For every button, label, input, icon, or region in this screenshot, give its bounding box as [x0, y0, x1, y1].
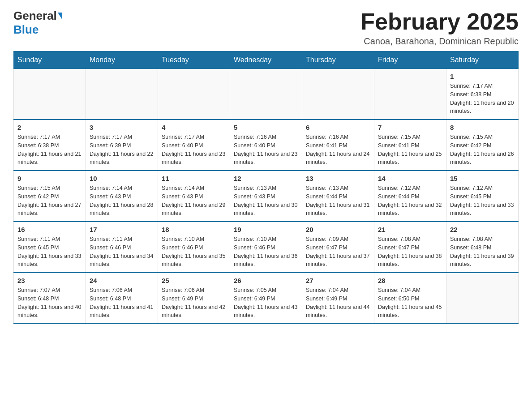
calendar-body: 1Sunrise: 7:17 AMSunset: 6:38 PMDaylight…	[14, 69, 519, 324]
calendar-day-cell	[158, 69, 230, 120]
logo-blue-text: Blue	[13, 23, 39, 37]
day-number: 1	[450, 73, 515, 80]
calendar-day-cell: 2Sunrise: 7:17 AMSunset: 6:38 PMDaylight…	[14, 120, 86, 171]
day-info: Sunrise: 7:06 AMSunset: 6:49 PMDaylight:…	[162, 286, 226, 320]
day-number: 13	[306, 175, 370, 182]
day-number: 15	[450, 175, 515, 182]
day-number: 11	[162, 175, 226, 182]
calendar-day-cell	[86, 69, 158, 120]
calendar-week-row: 2Sunrise: 7:17 AMSunset: 6:38 PMDaylight…	[14, 120, 519, 171]
day-info: Sunrise: 7:10 AMSunset: 6:46 PMDaylight:…	[234, 235, 298, 269]
day-number: 6	[306, 124, 370, 131]
calendar-day-cell: 8Sunrise: 7:15 AMSunset: 6:42 PMDaylight…	[446, 120, 519, 171]
day-info: Sunrise: 7:17 AMSunset: 6:39 PMDaylight:…	[90, 133, 154, 167]
day-number: 21	[378, 226, 442, 233]
day-number: 17	[90, 226, 154, 233]
header-thursday: Thursday	[302, 51, 374, 69]
calendar-day-cell: 11Sunrise: 7:14 AMSunset: 6:43 PMDayligh…	[158, 171, 230, 222]
day-number: 9	[17, 175, 82, 182]
header-saturday: Saturday	[446, 51, 519, 69]
day-number: 7	[378, 124, 442, 131]
day-info: Sunrise: 7:11 AMSunset: 6:46 PMDaylight:…	[90, 235, 154, 269]
calendar-day-cell: 1Sunrise: 7:17 AMSunset: 6:38 PMDaylight…	[446, 69, 519, 120]
calendar-day-cell	[446, 273, 519, 324]
calendar-week-row: 23Sunrise: 7:07 AMSunset: 6:48 PMDayligh…	[14, 273, 519, 324]
day-number: 10	[90, 175, 154, 182]
calendar-week-row: 1Sunrise: 7:17 AMSunset: 6:38 PMDaylight…	[14, 69, 519, 120]
calendar-week-row: 9Sunrise: 7:15 AMSunset: 6:42 PMDaylight…	[14, 171, 519, 222]
day-info: Sunrise: 7:16 AMSunset: 6:40 PMDaylight:…	[234, 133, 298, 167]
day-number: 16	[17, 226, 82, 233]
calendar-day-cell: 12Sunrise: 7:13 AMSunset: 6:43 PMDayligh…	[230, 171, 302, 222]
calendar-day-cell: 13Sunrise: 7:13 AMSunset: 6:44 PMDayligh…	[302, 171, 374, 222]
day-number: 8	[450, 124, 515, 131]
calendar-day-cell: 10Sunrise: 7:14 AMSunset: 6:43 PMDayligh…	[86, 171, 158, 222]
calendar-day-cell: 26Sunrise: 7:05 AMSunset: 6:49 PMDayligh…	[230, 273, 302, 324]
day-info: Sunrise: 7:12 AMSunset: 6:45 PMDaylight:…	[450, 184, 515, 218]
day-number: 3	[90, 124, 154, 131]
day-info: Sunrise: 7:09 AMSunset: 6:47 PMDaylight:…	[306, 235, 370, 269]
day-number: 5	[234, 124, 298, 131]
calendar-table: Sunday Monday Tuesday Wednesday Thursday…	[13, 51, 519, 324]
calendar-day-cell: 3Sunrise: 7:17 AMSunset: 6:39 PMDaylight…	[86, 120, 158, 171]
day-number: 18	[162, 226, 226, 233]
calendar-day-cell: 18Sunrise: 7:10 AMSunset: 6:46 PMDayligh…	[158, 222, 230, 273]
day-number: 22	[450, 226, 515, 233]
day-info: Sunrise: 7:17 AMSunset: 6:38 PMDaylight:…	[17, 133, 82, 167]
calendar-day-cell	[14, 69, 86, 120]
location: Canoa, Barahona, Dominican Republic	[360, 36, 519, 47]
calendar-day-cell: 28Sunrise: 7:04 AMSunset: 6:50 PMDayligh…	[374, 273, 446, 324]
day-info: Sunrise: 7:04 AMSunset: 6:49 PMDaylight:…	[306, 286, 370, 320]
calendar-day-cell: 24Sunrise: 7:06 AMSunset: 6:48 PMDayligh…	[86, 273, 158, 324]
page-header: General Blue February 2025 Canoa, Baraho…	[13, 9, 519, 47]
header-sunday: Sunday	[14, 51, 86, 69]
day-info: Sunrise: 7:16 AMSunset: 6:41 PMDaylight:…	[306, 133, 370, 167]
day-number: 2	[17, 124, 82, 131]
day-info: Sunrise: 7:05 AMSunset: 6:49 PMDaylight:…	[234, 286, 298, 320]
calendar-day-cell: 9Sunrise: 7:15 AMSunset: 6:42 PMDaylight…	[14, 171, 86, 222]
day-info: Sunrise: 7:14 AMSunset: 6:43 PMDaylight:…	[90, 184, 154, 218]
header-friday: Friday	[374, 51, 446, 69]
weekday-header-row: Sunday Monday Tuesday Wednesday Thursday…	[14, 51, 519, 69]
calendar-day-cell	[374, 69, 446, 120]
calendar-day-cell: 15Sunrise: 7:12 AMSunset: 6:45 PMDayligh…	[446, 171, 519, 222]
day-info: Sunrise: 7:06 AMSunset: 6:48 PMDaylight:…	[90, 286, 154, 320]
day-number: 12	[234, 175, 298, 182]
day-number: 24	[90, 277, 154, 284]
calendar-day-cell: 4Sunrise: 7:17 AMSunset: 6:40 PMDaylight…	[158, 120, 230, 171]
day-info: Sunrise: 7:13 AMSunset: 6:44 PMDaylight:…	[306, 184, 370, 218]
header-wednesday: Wednesday	[230, 51, 302, 69]
day-number: 27	[306, 277, 370, 284]
calendar-day-cell: 22Sunrise: 7:08 AMSunset: 6:48 PMDayligh…	[446, 222, 519, 273]
calendar-day-cell: 19Sunrise: 7:10 AMSunset: 6:46 PMDayligh…	[230, 222, 302, 273]
day-info: Sunrise: 7:14 AMSunset: 6:43 PMDaylight:…	[162, 184, 226, 218]
calendar-day-cell: 25Sunrise: 7:06 AMSunset: 6:49 PMDayligh…	[158, 273, 230, 324]
day-number: 25	[162, 277, 226, 284]
day-number: 20	[306, 226, 370, 233]
day-info: Sunrise: 7:15 AMSunset: 6:41 PMDaylight:…	[378, 133, 442, 167]
calendar-day-cell	[230, 69, 302, 120]
day-number: 28	[378, 277, 442, 284]
calendar-day-cell: 21Sunrise: 7:08 AMSunset: 6:47 PMDayligh…	[374, 222, 446, 273]
calendar-day-cell: 14Sunrise: 7:12 AMSunset: 6:44 PMDayligh…	[374, 171, 446, 222]
calendar-day-cell: 6Sunrise: 7:16 AMSunset: 6:41 PMDaylight…	[302, 120, 374, 171]
title-section: February 2025 Canoa, Barahona, Dominican…	[360, 9, 519, 47]
logo-general-text: General	[13, 9, 57, 23]
day-info: Sunrise: 7:10 AMSunset: 6:46 PMDaylight:…	[162, 235, 226, 269]
calendar-header: Sunday Monday Tuesday Wednesday Thursday…	[14, 51, 519, 69]
day-info: Sunrise: 7:17 AMSunset: 6:40 PMDaylight:…	[162, 133, 226, 167]
day-info: Sunrise: 7:11 AMSunset: 6:45 PMDaylight:…	[17, 235, 82, 269]
calendar-day-cell	[302, 69, 374, 120]
calendar-day-cell: 5Sunrise: 7:16 AMSunset: 6:40 PMDaylight…	[230, 120, 302, 171]
calendar-day-cell: 27Sunrise: 7:04 AMSunset: 6:49 PMDayligh…	[302, 273, 374, 324]
calendar-day-cell: 7Sunrise: 7:15 AMSunset: 6:41 PMDaylight…	[374, 120, 446, 171]
day-info: Sunrise: 7:04 AMSunset: 6:50 PMDaylight:…	[378, 286, 442, 320]
calendar-week-row: 16Sunrise: 7:11 AMSunset: 6:45 PMDayligh…	[14, 222, 519, 273]
logo: General Blue	[13, 9, 63, 37]
calendar-day-cell: 23Sunrise: 7:07 AMSunset: 6:48 PMDayligh…	[14, 273, 86, 324]
day-info: Sunrise: 7:15 AMSunset: 6:42 PMDaylight:…	[17, 184, 82, 218]
calendar-day-cell: 17Sunrise: 7:11 AMSunset: 6:46 PMDayligh…	[86, 222, 158, 273]
month-title: February 2025	[360, 9, 519, 34]
calendar-day-cell: 20Sunrise: 7:09 AMSunset: 6:47 PMDayligh…	[302, 222, 374, 273]
day-number: 14	[378, 175, 442, 182]
